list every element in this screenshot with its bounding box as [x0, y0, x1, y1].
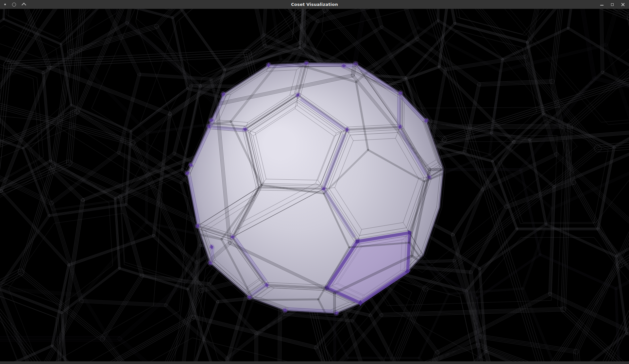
maximize-button[interactable]: [610, 3, 614, 7]
close-button[interactable]: [621, 2, 625, 7]
viewport-3d: [0, 9, 629, 361]
status-dot-icon: [4, 4, 6, 5]
circle-icon[interactable]: [12, 3, 16, 7]
window-title: Coset Visualization: [291, 2, 338, 7]
titlebar: Coset Visualization: [0, 0, 629, 9]
minimize-button[interactable]: [600, 3, 604, 7]
chevron-up-icon[interactable]: [22, 3, 26, 7]
titlebar-left-icons: [4, 0, 26, 9]
window-controls: [600, 0, 625, 9]
window-bottom-border: [0, 361, 629, 364]
maximize-icon: [611, 3, 614, 6]
scene-canvas[interactable]: [0, 9, 629, 361]
app-window: Coset Visualization: [0, 0, 629, 364]
minimize-icon: [600, 5, 604, 6]
